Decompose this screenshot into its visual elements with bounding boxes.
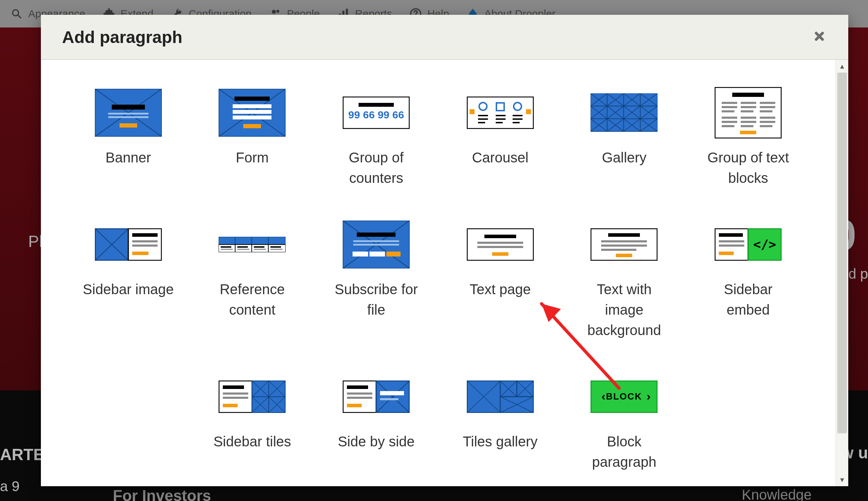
paragraph-grid: Banner [76, 88, 800, 472]
svg-rect-99 [740, 131, 756, 134]
paragraph-option-form[interactable]: Form [200, 88, 305, 188]
paragraph-option-block-paragraph[interactable]: ‹ BLOCK › Block paragraph [572, 372, 677, 472]
close-button[interactable] [812, 29, 827, 45]
svg-rect-136 [477, 246, 523, 248]
scroll-thumb[interactable] [837, 73, 847, 433]
paragraph-option-side-by-side[interactable]: Side by side [324, 372, 428, 472]
svg-rect-152 [223, 385, 244, 389]
paragraph-option-tiles-gallery[interactable]: Tiles gallery [448, 372, 552, 472]
reference-content-thumb-icon [219, 220, 286, 269]
paragraph-option-sidebar-image[interactable]: Sidebar image [76, 220, 181, 340]
svg-rect-82 [722, 106, 737, 108]
svg-rect-122 [254, 249, 266, 250]
svg-rect-143 [616, 254, 632, 257]
paragraph-label: Side by side [338, 431, 415, 452]
paragraph-option-sidebar-embed[interactable]: </> Sidebar embed [696, 220, 800, 340]
paragraph-option-subscribe-for-file[interactable]: Subscribe for file [324, 220, 428, 340]
modal-header: Add paragraph [41, 15, 848, 60]
svg-rect-92 [722, 125, 734, 127]
paragraph-option-gallery[interactable]: Gallery [572, 88, 677, 188]
svg-rect-117 [237, 246, 248, 248]
paragraph-label: Subscribe for file [330, 279, 422, 320]
paragraph-option-carousel[interactable]: Carousel [448, 88, 552, 188]
svg-rect-137 [492, 252, 508, 256]
svg-rect-116 [221, 246, 231, 248]
svg-rect-23 [233, 116, 271, 119]
carousel-thumb-icon [467, 88, 534, 137]
svg-text:›: › [647, 389, 650, 403]
paragraph-label: Tiles gallery [463, 431, 538, 452]
svg-rect-142 [601, 249, 636, 251]
svg-rect-91 [722, 121, 737, 123]
scroll-down-icon[interactable]: ▾ [840, 474, 844, 486]
gallery-thumb-icon [591, 88, 658, 137]
modal-body: Banner [41, 60, 836, 486]
svg-rect-24 [243, 124, 261, 128]
scroll-up-icon[interactable]: ▴ [840, 60, 844, 73]
svg-rect-97 [760, 121, 775, 123]
svg-rect-90 [722, 117, 737, 119]
svg-rect-148 [719, 252, 734, 255]
paragraph-label: Sidebar embed [702, 279, 794, 320]
svg-rect-105 [132, 240, 158, 242]
svg-rect-154 [223, 397, 248, 399]
svg-rect-96 [760, 117, 775, 119]
svg-rect-130 [353, 252, 368, 256]
svg-rect-15 [108, 116, 148, 118]
paragraph-option-group-of-text-blocks[interactable]: Group of text blocks [696, 88, 800, 188]
svg-rect-114 [252, 245, 268, 252]
svg-rect-135 [477, 242, 523, 244]
paragraph-option-banner[interactable]: Banner [76, 88, 181, 188]
svg-rect-14 [108, 113, 148, 115]
paragraph-label: Sidebar tiles [213, 431, 291, 452]
svg-rect-115 [268, 245, 286, 252]
form-thumb-icon [219, 88, 286, 137]
paragraph-label: Group of counters [330, 147, 422, 188]
svg-rect-95 [741, 125, 753, 127]
svg-rect-123 [270, 249, 282, 250]
svg-rect-170 [347, 392, 372, 395]
modal-scrollbar[interactable]: ▴ ▾ [836, 60, 848, 486]
svg-rect-171 [347, 397, 372, 399]
sidebar-embed-thumb-icon: </> [715, 220, 782, 269]
paragraph-label: Text page [470, 279, 531, 299]
svg-rect-85 [741, 106, 756, 108]
svg-rect-145 [719, 233, 743, 237]
svg-rect-29 [470, 109, 475, 114]
scroll-track[interactable] [836, 73, 848, 474]
svg-rect-107 [132, 252, 148, 255]
svg-rect-104 [132, 233, 158, 237]
paragraph-label: Form [236, 147, 269, 168]
paragraph-option-sidebar-tiles[interactable]: Sidebar tiles [200, 372, 305, 472]
svg-rect-26 [359, 103, 394, 107]
svg-rect-172 [347, 404, 362, 407]
paragraph-label: Group of text blocks [702, 147, 794, 188]
svg-rect-81 [722, 102, 737, 104]
block-paragraph-thumb-icon: ‹ BLOCK › [591, 372, 658, 421]
paragraph-option-text-page[interactable]: Text page [448, 220, 552, 340]
banner-thumb-icon [95, 88, 162, 137]
svg-rect-20 [234, 97, 270, 101]
svg-rect-111 [268, 237, 286, 245]
paragraph-label: Gallery [602, 147, 647, 168]
svg-rect-113 [235, 245, 252, 252]
paragraph-option-reference-content[interactable]: Reference content [200, 220, 305, 340]
svg-text:99 66 99 66: 99 66 99 66 [348, 109, 404, 120]
side-by-side-thumb-icon [343, 372, 410, 421]
svg-text:BLOCK: BLOCK [606, 391, 642, 402]
svg-rect-140 [601, 240, 647, 242]
svg-rect-106 [132, 245, 158, 247]
svg-rect-176 [380, 391, 404, 395]
paragraph-label: Carousel [472, 147, 528, 168]
svg-rect-13 [112, 105, 145, 110]
paragraph-label: Sidebar image [83, 279, 174, 299]
counters-thumb-icon: 99 66 99 66 [343, 88, 410, 137]
paragraph-option-group-of-counters[interactable]: 99 66 99 66 Group of counters [324, 88, 428, 188]
svg-rect-93 [741, 117, 756, 119]
paragraph-label: Text with image background [578, 279, 670, 340]
svg-rect-141 [601, 245, 647, 247]
paragraph-option-text-with-image-background[interactable]: Text with image background [572, 220, 677, 340]
svg-rect-112 [219, 245, 235, 252]
svg-rect-147 [719, 245, 744, 247]
sidebar-image-thumb-icon [95, 220, 162, 269]
